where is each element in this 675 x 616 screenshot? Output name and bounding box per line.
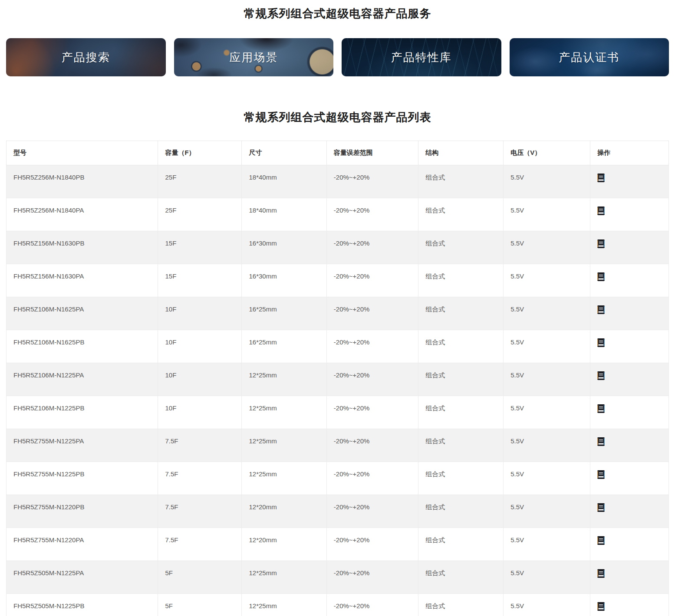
table-row: FH5R5Z755M-N1225PA 7.5F 12*25mm -20%~+20… (7, 429, 669, 462)
product-list-title: 常规系列组合式超级电容器产品列表 (0, 110, 675, 124)
cell-tolerance: -20%~+20% (326, 297, 418, 330)
banner-application-scenarios[interactable]: 应用场景 (174, 38, 334, 76)
cell-action (590, 462, 669, 495)
cell-voltage: 5.5V (504, 198, 590, 231)
spec-document-icon[interactable] (597, 206, 605, 215)
column-header: 尺寸 (242, 141, 326, 165)
column-header: 型号 (7, 141, 158, 165)
cell-voltage: 5.5V (504, 528, 590, 561)
cell-structure: 组合式 (418, 429, 504, 462)
cell-structure: 组合式 (418, 396, 504, 429)
cell-capacity: 7.5F (158, 462, 242, 495)
cell-model: FH5R5Z755M-N1220PB (7, 495, 158, 528)
page: 常规系列组合式超级电容器产品服务 产品搜索 应用场景 产品特性库 产品认证书 常… (0, 7, 675, 616)
spec-document-icon[interactable] (597, 272, 605, 281)
cell-tolerance: -20%~+20% (326, 396, 418, 429)
cell-capacity: 25F (158, 198, 242, 231)
cell-model: FH5R5Z256M-N1840PA (7, 198, 158, 231)
spec-document-icon[interactable] (597, 437, 605, 446)
column-header: 容量（F） (158, 141, 242, 165)
cell-capacity: 5F (158, 594, 242, 616)
cell-structure: 组合式 (418, 363, 504, 396)
services-section-title: 常规系列组合式超级电容器产品服务 (0, 7, 675, 20)
cell-model: FH5R5Z505M-N1225PB (7, 594, 158, 616)
column-header: 容量误差范围 (326, 141, 418, 165)
cell-action (590, 594, 669, 616)
banner-product-certificates[interactable]: 产品认证书 (510, 38, 669, 76)
spec-document-icon[interactable] (597, 470, 605, 479)
cell-action (590, 528, 669, 561)
cell-voltage: 5.5V (504, 396, 590, 429)
column-header: 操作 (590, 141, 669, 165)
spec-document-icon[interactable] (597, 503, 605, 512)
cell-tolerance: -20%~+20% (326, 561, 418, 594)
banner-application-scenarios-label: 应用场景 (229, 50, 278, 65)
spec-document-icon[interactable] (597, 569, 605, 578)
cell-action (590, 495, 669, 528)
cell-action (590, 297, 669, 330)
spec-document-icon[interactable] (597, 305, 605, 314)
spec-document-icon[interactable] (597, 174, 605, 182)
table-row: FH5R5Z156M-N1630PA 15F 16*30mm -20%~+20%… (7, 264, 669, 297)
cell-size: 12*25mm (242, 396, 326, 429)
cell-capacity: 15F (158, 264, 242, 297)
table-row: FH5R5Z505M-N1225PA 5F 12*25mm -20%~+20% … (7, 561, 669, 594)
cell-structure: 组合式 (418, 198, 504, 231)
banner-product-search[interactable]: 产品搜索 (6, 38, 166, 76)
banner-product-search-label: 产品搜索 (62, 50, 110, 65)
cell-capacity: 7.5F (158, 495, 242, 528)
table-row: FH5R5Z256M-N1840PB 25F 18*40mm -20%~+20%… (7, 165, 669, 198)
cell-size: 12*25mm (242, 429, 326, 462)
cell-size: 12*25mm (242, 462, 326, 495)
banner-product-features-label: 产品特性库 (391, 50, 452, 65)
cell-voltage: 5.5V (504, 594, 590, 616)
cell-voltage: 5.5V (504, 297, 590, 330)
cell-action (590, 330, 669, 363)
spec-document-icon[interactable] (597, 338, 605, 347)
cell-structure: 组合式 (418, 462, 504, 495)
cell-voltage: 5.5V (504, 264, 590, 297)
table-row: FH5R5Z755M-N1220PA 7.5F 12*20mm -20%~+20… (7, 528, 669, 561)
cell-model: FH5R5Z755M-N1225PA (7, 429, 158, 462)
cell-tolerance: -20%~+20% (326, 330, 418, 363)
cell-tolerance: -20%~+20% (326, 462, 418, 495)
cell-tolerance: -20%~+20% (326, 528, 418, 561)
product-table: 型号容量（F）尺寸容量误差范围结构电压（V）操作 FH5R5Z256M-N184… (6, 141, 669, 616)
spec-document-icon[interactable] (597, 239, 605, 248)
table-body: FH5R5Z256M-N1840PB 25F 18*40mm -20%~+20%… (7, 165, 669, 616)
spec-document-icon[interactable] (597, 371, 605, 380)
spec-document-icon[interactable] (597, 602, 605, 611)
column-header: 电压（V） (504, 141, 590, 165)
cell-voltage: 5.5V (504, 561, 590, 594)
cell-voltage: 5.5V (504, 363, 590, 396)
banner-product-features[interactable]: 产品特性库 (342, 38, 501, 76)
cell-tolerance: -20%~+20% (326, 165, 418, 198)
cell-structure: 组合式 (418, 165, 504, 198)
table-row: FH5R5Z106M-N1225PB 10F 12*25mm -20%~+20%… (7, 396, 669, 429)
cell-voltage: 5.5V (504, 429, 590, 462)
cell-structure: 组合式 (418, 330, 504, 363)
cell-structure: 组合式 (418, 561, 504, 594)
cell-structure: 组合式 (418, 264, 504, 297)
spec-document-icon[interactable] (597, 404, 605, 413)
table-row: FH5R5Z106M-N1625PB 10F 16*25mm -20%~+20%… (7, 330, 669, 363)
cell-structure: 组合式 (418, 231, 504, 264)
cell-model: FH5R5Z156M-N1630PA (7, 264, 158, 297)
table-row: FH5R5Z106M-N1625PA 10F 16*25mm -20%~+20%… (7, 297, 669, 330)
spec-document-icon[interactable] (597, 536, 605, 545)
cell-action (590, 198, 669, 231)
table-row: FH5R5Z755M-N1220PB 7.5F 12*20mm -20%~+20… (7, 495, 669, 528)
column-header: 结构 (418, 141, 504, 165)
table-row: FH5R5Z256M-N1840PA 25F 18*40mm -20%~+20%… (7, 198, 669, 231)
cell-capacity: 7.5F (158, 528, 242, 561)
cell-tolerance: -20%~+20% (326, 198, 418, 231)
cell-structure: 组合式 (418, 594, 504, 616)
cell-action (590, 561, 669, 594)
table-row: FH5R5Z755M-N1225PB 7.5F 12*25mm -20%~+20… (7, 462, 669, 495)
cell-size: 16*30mm (242, 264, 326, 297)
cell-action (590, 264, 669, 297)
cell-action (590, 165, 669, 198)
cell-size: 12*25mm (242, 363, 326, 396)
table-header-row: 型号容量（F）尺寸容量误差范围结构电压（V）操作 (7, 141, 669, 165)
cell-capacity: 10F (158, 330, 242, 363)
